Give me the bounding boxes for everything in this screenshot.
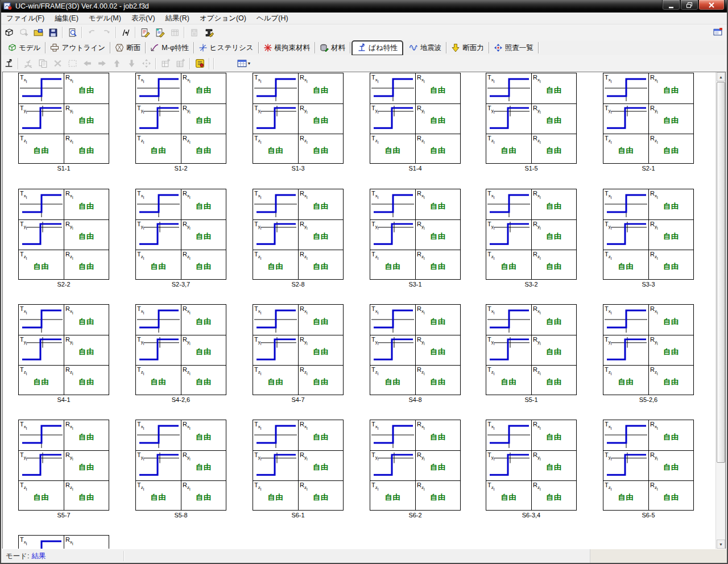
- free-value: 自由: [486, 377, 531, 387]
- spring-panel-S2-1[interactable]: Txl Rxl自由Tyl Ryl自由Tzl自由Rzl自由S2-1: [603, 73, 694, 173]
- spring-panel-S5-8[interactable]: Txl Rxl自由Tyl Ryl自由Tzl自由Rzl自由S5-8: [135, 420, 226, 520]
- cell-label-rz: Rzl: [650, 251, 658, 260]
- cell-tz: Tzl自由: [253, 250, 298, 279]
- spring-panel-grid: Txl Rxl自由Tyl Ryl自由Tzl自由Rzl自由: [486, 420, 577, 511]
- spring-panel-S4-2,6[interactable]: Txl Rxl自由Tyl Ryl自由Tzl自由Rzl自由S4-2,6: [135, 304, 226, 405]
- spring-icon: [4, 59, 14, 68]
- cell-rx: Rxl自由: [64, 189, 109, 219]
- tab-label: 地震波: [420, 43, 442, 53]
- scroll-up-icon[interactable]: ▲: [717, 72, 725, 81]
- spring-panel-S4-8[interactable]: Txl Rxl自由Tyl Ryl自由Tzl自由Rzl自由S4-8: [370, 304, 461, 405]
- numeric-entry-button[interactable]: [119, 26, 133, 39]
- cell-ty: Tyl: [370, 219, 415, 250]
- tab-model[interactable]: モデル: [3, 42, 46, 53]
- print-preview-button[interactable]: [65, 26, 79, 39]
- tab-section[interactable]: 断面: [110, 42, 146, 53]
- tab-hysteresis-icon: [198, 43, 208, 52]
- free-value: 自由: [19, 262, 64, 272]
- cell-tz: Tzl自由: [603, 480, 648, 510]
- vertical-scrollbar[interactable]: ▲ ▼: [715, 72, 725, 549]
- edit-section-button[interactable]: [202, 26, 216, 39]
- free-value: 自由: [416, 492, 460, 503]
- spring-panel-S5-2,6[interactable]: Txl Rxl自由Tyl Ryl自由Tzl自由Rzl自由S5-2,6: [603, 304, 694, 405]
- spring-panel-S6-3,4[interactable]: Txl Rxl自由Tyl Ryl自由Tzl自由Rzl自由S6-3,4: [486, 420, 577, 520]
- new-model-button[interactable]: [2, 26, 15, 39]
- cell-label-tx: Txl: [605, 305, 611, 315]
- restore-button[interactable]: [680, 0, 698, 10]
- table-add-2-button: [173, 57, 187, 70]
- close-button[interactable]: [698, 0, 725, 10]
- property-window-button[interactable]: [713, 27, 723, 37]
- free-value: 自由: [486, 262, 531, 272]
- open-file-button[interactable]: [31, 26, 45, 39]
- spring-panel-S2-3,7[interactable]: Txl Rxl自由Tyl Ryl自由Tzl自由Rzl自由S2-3,7: [135, 189, 226, 289]
- scroll-down-icon[interactable]: ▼: [717, 540, 725, 549]
- spring-panel-S1-1[interactable]: Txl Rxl自由Tyl Ryl自由Tzl自由Rzl自由S1-1: [18, 73, 109, 173]
- tab-confined-material[interactable]: 横拘束材料: [259, 42, 316, 53]
- tab-m-phi[interactable]: M-φ特性: [146, 42, 194, 53]
- cell-tz: Tzl自由: [19, 134, 64, 163]
- cell-ry: Ryl自由: [648, 335, 693, 365]
- spring-panel-S6-5[interactable]: Txl Rxl自由Tyl Ryl自由Tzl自由Rzl自由S6-5: [603, 420, 694, 520]
- cell-rx: Rxl自由: [181, 189, 226, 219]
- scrollbar-thumb[interactable]: [717, 82, 725, 463]
- free-value: 自由: [136, 492, 181, 503]
- cell-ty: Tyl: [370, 103, 415, 134]
- cell-rx: Rxl自由: [298, 189, 343, 219]
- spring-panel-partial[interactable]: Txl Rxl自由Tyl Ryl自由Tzl自由Rzl自由: [18, 535, 109, 549]
- menu-item-0[interactable]: ファイル(F): [1, 13, 49, 24]
- cell-tz: Tzl自由: [19, 365, 64, 395]
- tab-section-force[interactable]: 断面力: [446, 42, 489, 53]
- free-value: 自由: [416, 347, 460, 357]
- spring-panel-S1-5[interactable]: Txl Rxl自由Tyl Ryl自由Tzl自由Rzl自由S1-5: [486, 73, 577, 173]
- spring-panel-S3-2[interactable]: Txl Rxl自由Tyl Ryl自由Tzl自由Rzl自由S3-2: [486, 189, 577, 289]
- menu-item-5[interactable]: オプション(O): [195, 13, 251, 24]
- spring-panel-S1-3[interactable]: Txl Rxl自由Tyl Ryl自由Tzl自由Rzl自由S1-3: [253, 73, 344, 173]
- menu-item-4[interactable]: 結果(R): [160, 13, 195, 24]
- cell-label-tx: Txl: [371, 305, 378, 315]
- panel-name: S3-3: [603, 281, 694, 288]
- cell-label-tz: Tzl: [20, 366, 27, 376]
- cell-ry: Ryl自由: [181, 103, 226, 134]
- spring-panel-S5-7[interactable]: Txl Rxl自由Tyl Ryl自由Tzl自由Rzl自由S5-7: [18, 420, 109, 520]
- cell-ry: Ryl自由: [415, 335, 460, 365]
- cell-ty: Tyl: [486, 103, 531, 134]
- spring-panel-S3-1[interactable]: Txl Rxl自由Tyl Ryl自由Tzl自由Rzl自由S3-1: [370, 189, 461, 289]
- spring-panel-S6-1[interactable]: Txl Rxl自由Tyl Ryl自由Tzl自由Rzl自由S6-1: [253, 420, 344, 520]
- edit-report-button[interactable]: [138, 26, 152, 39]
- menu-item-1[interactable]: 編集(E): [49, 13, 84, 24]
- clipboard-button[interactable]: [193, 57, 206, 70]
- minimize-button[interactable]: [662, 0, 680, 10]
- cell-tz: Tzl自由: [603, 250, 648, 279]
- tab-seismic-wave[interactable]: 地震波: [404, 42, 447, 53]
- edit-report-2-button[interactable]: [153, 26, 167, 39]
- tab-outline[interactable]: アウトライン: [46, 42, 110, 53]
- cell-label-tx: Txl: [487, 421, 494, 430]
- tab-check-list[interactable]: 照査一覧: [489, 42, 539, 53]
- spring-panel-S1-2[interactable]: Txl Rxl自由Tyl Ryl自由Tzl自由Rzl自由S1-2: [135, 73, 226, 173]
- cell-ty: Tyl: [253, 103, 298, 134]
- tab-spring[interactable]: ばね特性: [351, 40, 403, 56]
- tab-label: 材料: [331, 43, 345, 53]
- spring-panel-S1-4[interactable]: Txl Rxl自由Tyl Ryl自由Tzl自由Rzl自由S1-4: [370, 73, 461, 173]
- cell-rx: Rxl自由: [648, 420, 693, 450]
- cell-label-ry: Ryl: [650, 105, 658, 114]
- cell-label-rx: Rxl: [65, 74, 73, 84]
- save-file-button[interactable]: [46, 26, 60, 39]
- menu-item-6[interactable]: ヘルプ(H): [251, 13, 293, 24]
- spring-panel-S6-2[interactable]: Txl Rxl自由Tyl Ryl自由Tzl自由Rzl自由S6-2: [370, 420, 461, 520]
- menu-item-3[interactable]: 表示(V): [126, 13, 160, 24]
- cell-tx: Txl: [136, 189, 181, 219]
- spring-panel-S2-2[interactable]: Txl Rxl自由Tyl Ryl自由Tzl自由Rzl自由S2-2: [18, 189, 109, 289]
- spring-panel-S4-1[interactable]: Txl Rxl自由Tyl Ryl自由Tzl自由Rzl自由S4-1: [18, 304, 109, 405]
- spring-panel-S4-7[interactable]: Txl Rxl自由Tyl Ryl自由Tzl自由Rzl自由S4-7: [253, 304, 344, 405]
- menu-item-2[interactable]: モデル(M): [84, 13, 126, 24]
- tab-material[interactable]: 材料: [315, 42, 350, 53]
- spring-panel-S3-3[interactable]: Txl Rxl自由Tyl Ryl自由Tzl自由Rzl自由S3-3: [603, 189, 694, 289]
- spring-panel-S5-1[interactable]: Txl Rxl自由Tyl Ryl自由Tzl自由Rzl自由S5-1: [486, 304, 577, 405]
- tab-hysteresis[interactable]: ヒステリシス: [194, 42, 259, 53]
- grid-view-button[interactable]: ▼: [237, 57, 251, 70]
- spring-button[interactable]: [2, 57, 15, 70]
- spring-panel-S2-8[interactable]: Txl Rxl自由Tyl Ryl自由Tzl自由Rzl自由S2-8: [253, 189, 344, 289]
- free-value: 自由: [416, 462, 460, 472]
